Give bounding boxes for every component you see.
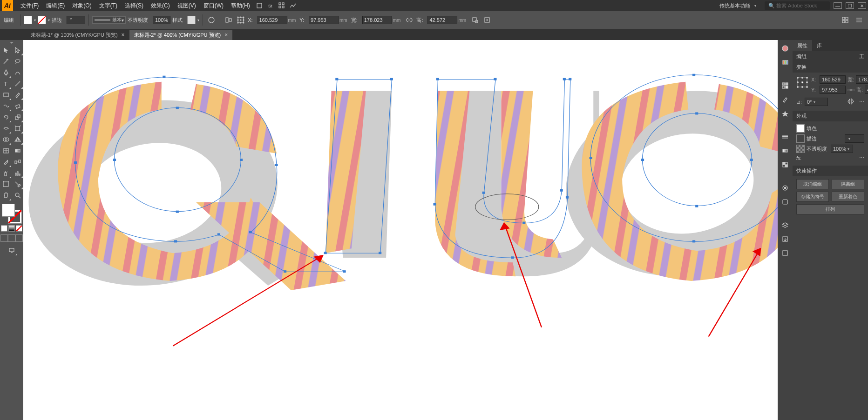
eraser-tool[interactable] [12,100,23,112]
stroke-weight-input-prop[interactable] [845,134,864,143]
selection-tool[interactable] [0,45,12,56]
canvas-area[interactable] [23,40,778,420]
isolate-button[interactable]: 隔离组 [832,179,864,189]
style-swatch[interactable] [187,16,196,24]
transform-section-header[interactable]: 变换 [793,62,868,73]
align-icon[interactable] [224,15,234,25]
transform-ref-icon[interactable] [236,15,246,25]
perspective-tool[interactable] [12,134,23,145]
h-input[interactable]: 42.572 [427,16,457,24]
appearance-more-icon[interactable]: ⋯ [859,155,864,161]
artboard[interactable] [23,40,778,420]
stroke-swatch[interactable] [38,16,46,24]
scale-tool[interactable] [12,112,23,123]
zoom-tool[interactable] [12,190,23,201]
swatches-panel-icon[interactable] [778,79,793,92]
search-stock-input[interactable]: 🔍 搜索 Adobe Stock [765,1,830,10]
recolor-button[interactable]: 重新着色 [832,192,864,202]
flip-h-icon[interactable] [847,98,854,106]
symbols-panel-icon[interactable] [778,107,793,120]
doc-tab-1[interactable]: 未标题-1* @ 100% (CMYK/GPU 预览) × [26,30,129,40]
slice-tool[interactable] [12,179,23,190]
opacity-input[interactable]: 100% [153,16,170,24]
symbol-sprayer-tool[interactable] [0,167,12,179]
stock-icon[interactable]: St [265,1,276,10]
brushes-panel-icon[interactable] [778,93,793,106]
column-graph-tool[interactable] [12,167,23,179]
menu-file[interactable]: 文件(F) [17,2,42,10]
prop-h-input[interactable]: 42.572 [865,86,868,94]
close-tab-1-icon[interactable]: × [122,32,125,38]
libraries-tab[interactable]: 库 [812,40,827,51]
appearance-stroke-swatch[interactable] [796,134,805,143]
stroke-panel-icon[interactable] [778,130,793,143]
eyedropper-tool[interactable] [0,156,12,167]
line-tool[interactable] [12,78,23,89]
y-input[interactable]: 97.953 [309,16,339,24]
x-input[interactable]: 160.529 [258,16,287,24]
appearance-section-header[interactable]: 外观 [793,111,868,121]
hand-tool[interactable] [0,190,12,201]
reference-point-icon[interactable] [796,75,808,89]
prop-w-input[interactable]: 178.023 [856,75,868,84]
draw-normal-icon[interactable] [0,234,8,242]
menu-window[interactable]: 窗口(W) [200,2,227,10]
window-close[interactable]: ✕ [858,2,866,9]
color-gradient-icon[interactable] [8,225,15,232]
curvature-tool[interactable] [12,67,23,78]
menu-select[interactable]: 选择(S) [121,2,147,10]
mesh-tool[interactable] [0,145,12,156]
color-none-icon[interactable] [16,225,22,232]
rotate-tool[interactable] [0,112,12,123]
window-restore[interactable]: ❐ [846,2,854,9]
style-label[interactable]: 样式 [172,17,183,24]
prop-y-input[interactable]: 97.953 [820,86,846,94]
color-panel-icon[interactable] [778,42,793,55]
shaper-tool[interactable] [0,100,12,112]
isolate-icon[interactable] [482,15,492,25]
gradient-panel-icon[interactable] [778,144,793,157]
color-solid-icon[interactable] [1,225,7,232]
stroke-dropdown-arrow[interactable]: ▾ [48,18,50,22]
doc-setup-icon[interactable] [840,15,850,25]
share-icon[interactable] [254,1,265,10]
gradient-tool[interactable] [12,145,23,156]
ungroup-button[interactable]: 取消编组 [796,179,829,189]
arrange-button[interactable]: 排列 [796,204,864,214]
lasso-tool[interactable] [12,56,23,67]
constrain-icon[interactable] [404,15,414,25]
window-minimize[interactable]: — [834,2,842,9]
fill-color-swatch[interactable] [2,204,15,217]
rectangle-tool[interactable] [0,89,12,100]
doc-tab-2[interactable]: 未标题-2* @ 400% (CMYK/GPU 预览) × [129,30,233,40]
fill-stroke-swatch[interactable] [2,204,21,223]
menu-view[interactable]: 视图(V) [174,2,200,10]
appearance-fill-swatch[interactable] [796,124,805,133]
save-symbol-button[interactable]: 存储为符号 [796,192,829,202]
menu-effect[interactable]: 效果(C) [147,2,174,10]
opacity-label[interactable]: 不透明度 [128,17,148,24]
menu-object[interactable]: 对象(O) [68,2,95,10]
stroke-profile[interactable]: 基本 ▾ [92,16,126,24]
angle-input[interactable]: 0° [805,98,828,106]
free-transform-tool[interactable] [12,123,23,134]
asset-export-icon[interactable] [778,233,793,246]
transform-more-icon[interactable]: ⋯ [859,99,864,105]
transparency-panel-icon[interactable] [778,158,793,171]
menu-edit[interactable]: 编辑(E) [42,2,68,10]
prefs-icon[interactable] [854,15,864,25]
stroke-weight-input[interactable]: ⌃ [67,16,85,24]
fill-swatch[interactable] [24,16,32,24]
screen-mode-tool[interactable] [6,245,18,256]
more-options-icon[interactable]: 工 [859,53,864,60]
workspace-switcher[interactable]: 传统基本功能 [715,2,761,9]
width-tool[interactable] [0,123,12,134]
style-dropdown-arrow[interactable]: ▾ [197,18,199,22]
w-input[interactable]: 178.023 [362,16,392,24]
stroke-label[interactable]: 描边 [52,17,62,24]
close-tab-2-icon[interactable]: × [224,32,228,38]
pen-tool[interactable] [0,67,12,78]
draw-inside-icon[interactable] [15,234,23,242]
grid-icon[interactable] [276,1,287,10]
artboards-panel-icon[interactable] [778,247,793,260]
